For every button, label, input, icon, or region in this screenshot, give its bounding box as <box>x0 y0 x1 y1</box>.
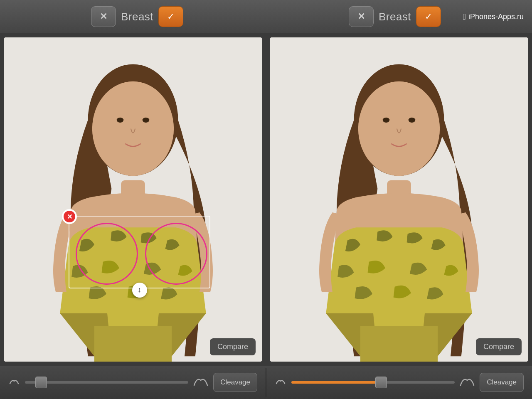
left-breast-small-icon <box>8 376 20 389</box>
left-breast-large-icon <box>193 375 208 389</box>
left-panel-title: Breast <box>121 10 153 23</box>
svg-rect-13 <box>360 326 438 362</box>
left-photo-background: ✕ ↕ <box>4 37 262 362</box>
right-cancel-button[interactable]: ✕ <box>349 6 374 27</box>
svg-point-11 <box>383 118 390 123</box>
right-breast-small-icon <box>275 376 286 389</box>
svg-point-5 <box>143 118 150 123</box>
delete-selection-button[interactable]: ✕ <box>62 209 77 224</box>
svg-rect-6 <box>94 326 172 362</box>
left-breast-circle[interactable] <box>76 223 138 285</box>
right-slider-fill <box>291 381 381 384</box>
right-compare-button[interactable]: Compare <box>476 338 522 355</box>
resize-handle[interactable]: ↕ <box>132 283 147 298</box>
right-confirm-button[interactable]: ✓ <box>416 6 441 27</box>
main-content: ✕ ↕ Compare <box>0 33 532 366</box>
svg-point-3 <box>92 81 174 176</box>
right-panel-title: Breast <box>379 10 411 23</box>
left-confirm-button[interactable]: ✓ <box>158 6 183 27</box>
left-cleavage-button[interactable]: Cleavage <box>213 373 257 392</box>
right-photo-background <box>270 37 528 362</box>
left-slider-thumb[interactable] <box>35 377 47 388</box>
left-image-panel: ✕ ↕ Compare <box>4 37 262 362</box>
svg-point-10 <box>358 81 440 176</box>
apple-icon:  <box>463 12 466 22</box>
left-cancel-button[interactable]: ✕ <box>91 6 116 27</box>
left-person-image <box>4 37 262 362</box>
right-breast-large-icon <box>460 375 475 389</box>
right-controls: Cleavage <box>266 373 532 392</box>
left-slider-track[interactable] <box>25 381 188 384</box>
left-controls: Cleavage <box>0 373 266 392</box>
right-slider-thumb[interactable] <box>375 377 387 388</box>
right-cleavage-button[interactable]: Cleavage <box>480 373 524 392</box>
delete-icon: ✕ <box>64 211 75 222</box>
svg-point-4 <box>117 118 124 123</box>
right-person-image <box>270 37 528 362</box>
right-image-panel: Compare <box>270 37 528 362</box>
right-slider-track[interactable] <box>291 381 455 384</box>
right-breast-circle[interactable] <box>145 223 207 285</box>
watermark:  iPhones-Apps.ru <box>463 12 524 22</box>
svg-point-12 <box>409 118 416 123</box>
left-compare-button[interactable]: Compare <box>210 338 256 355</box>
top-bar: ✕ Breast ✓ ✕ Breast ✓  iPhones-Apps.ru <box>0 0 532 33</box>
breast-selection-overlay[interactable]: ✕ ↕ <box>69 216 210 306</box>
left-panel-controls: ✕ Breast ✓ <box>8 6 266 27</box>
bottom-bar: Cleavage Cleavage <box>0 366 532 399</box>
